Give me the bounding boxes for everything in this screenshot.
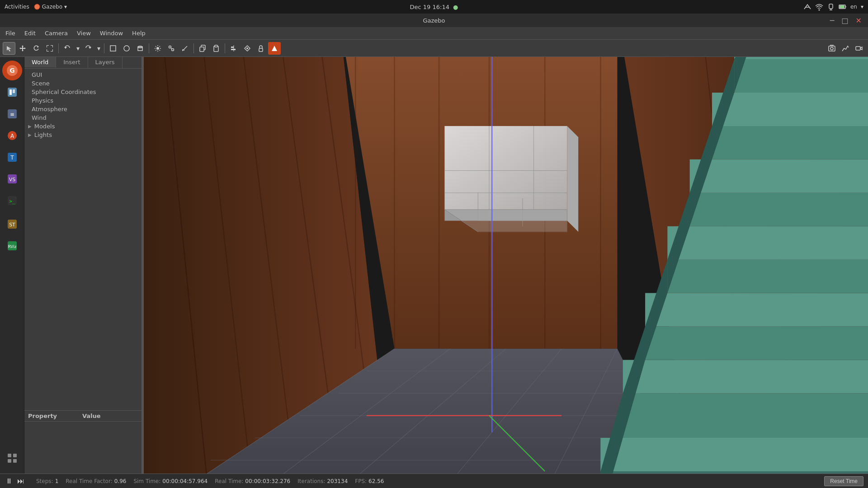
menu-bar: File Edit Camera View Window Help [0, 27, 868, 40]
svg-rect-43 [8, 88, 17, 97]
playback-controls: ⏸ ⏭ [5, 476, 25, 486]
tree-item-gui[interactable]: GUI [24, 70, 142, 79]
step-button[interactable]: ⏭ [16, 476, 25, 486]
scale-icon [46, 45, 53, 52]
scene-canvas [144, 57, 868, 474]
cylinder-button[interactable] [134, 42, 146, 55]
real-time-factor-item: Real Time Factor: 0.96 [66, 478, 126, 484]
svg-rect-8 [840, 5, 844, 8]
icon-8: ST [6, 218, 19, 230]
menu-window[interactable]: Window [96, 29, 127, 38]
align-button[interactable] [227, 42, 240, 55]
screenshot-button[interactable] [826, 42, 838, 55]
minimize-button[interactable]: ─ [828, 16, 836, 25]
svg-marker-105 [690, 160, 868, 193]
tree-item-models[interactable]: ▶Models [24, 122, 142, 131]
tree-item-spherical-coords[interactable]: Spherical Coordinates [24, 88, 142, 96]
svg-rect-7 [845, 6, 846, 7]
battery-icon [839, 3, 847, 11]
3d-viewport[interactable] [144, 57, 868, 474]
move-icon [19, 45, 26, 52]
sidebar-icon-8[interactable]: ST [2, 214, 22, 234]
reset-time-button[interactable]: Reset Time [824, 476, 863, 486]
rtf-label: Real Time Factor: [66, 478, 112, 484]
tree-item-physics[interactable]: Physics [24, 96, 142, 105]
measure-button[interactable] [179, 42, 191, 55]
svg-line-24 [171, 48, 172, 49]
svg-marker-100 [645, 327, 868, 360]
tab-insert[interactable]: Insert [56, 57, 88, 68]
menu-file[interactable]: File [2, 29, 19, 38]
tabs: World Insert Layers [24, 57, 142, 69]
sidebar-icon-6[interactable]: VS [2, 169, 22, 189]
sidebar-icon-5[interactable]: T [2, 147, 22, 167]
redo-dropdown-button[interactable]: ▾ [95, 42, 102, 55]
sidebar-icon-4[interactable]: A [2, 126, 22, 145]
close-button[interactable]: ✕ [854, 16, 863, 25]
paste-button[interactable] [210, 42, 222, 55]
menu-view[interactable]: View [73, 29, 94, 38]
maximize-button[interactable]: □ [840, 16, 850, 25]
align-icon [230, 45, 237, 52]
select-tool-button[interactable] [3, 42, 15, 55]
orange-tool-button[interactable] [268, 42, 281, 55]
tree-item-lights[interactable]: ▶Lights [24, 131, 142, 139]
sidebar-icon-7[interactable]: >_ [2, 191, 22, 211]
activities-label[interactable]: Activities [5, 4, 29, 10]
menu-help[interactable]: Help [128, 29, 149, 38]
scale-tool-button[interactable] [43, 42, 56, 55]
tree-item-wind[interactable]: Wind [24, 113, 142, 122]
title-bar-controls[interactable]: ─ □ ✕ [828, 16, 863, 25]
joints-icon [168, 45, 175, 52]
svg-point-35 [246, 47, 248, 49]
svg-marker-103 [667, 226, 868, 260]
move-tool-button[interactable] [16, 42, 29, 55]
joints-button[interactable] [165, 42, 178, 55]
svg-text:ST: ST [9, 222, 15, 228]
snap-button[interactable] [241, 42, 254, 55]
chart-button[interactable] [839, 42, 852, 55]
svg-marker-108 [734, 59, 868, 93]
svg-point-2 [818, 9, 820, 11]
chart-icon [842, 45, 849, 52]
video-button[interactable] [853, 42, 865, 55]
tab-layers[interactable]: Layers [88, 57, 123, 68]
sphere-button[interactable] [120, 42, 133, 55]
svg-rect-40 [856, 47, 860, 50]
icon-6: VS [6, 173, 19, 185]
sidebar-icon-3[interactable]: ≡ [2, 104, 22, 124]
gazebo-logo: G [6, 64, 19, 77]
svg-rect-125 [444, 126, 567, 210]
box-button[interactable] [107, 42, 119, 55]
sun-button[interactable] [151, 42, 164, 55]
undo-dropdown-button[interactable]: ▾ [75, 42, 81, 55]
tree-item-atmosphere[interactable]: Atmosphere [24, 105, 142, 113]
sidebar-icon-9[interactable]: RViz [2, 236, 22, 256]
svg-rect-34 [231, 49, 236, 50]
left-panel: World Insert Layers GUI Scene Spherical … [24, 57, 142, 474]
apps-icon [6, 452, 19, 465]
lock-button[interactable] [255, 42, 267, 55]
svg-point-39 [830, 47, 833, 50]
app-indicator[interactable]: Gazebo ▾ [34, 4, 67, 10]
redo-button[interactable] [82, 42, 94, 55]
rotate-tool-button[interactable] [30, 42, 42, 55]
copy-button[interactable] [196, 42, 209, 55]
snap-icon [244, 45, 251, 52]
svg-line-19 [160, 50, 160, 51]
svg-rect-31 [215, 45, 217, 47]
svg-marker-102 [667, 260, 868, 293]
menu-camera[interactable]: Camera [41, 29, 71, 38]
network-icon [803, 3, 811, 11]
sidebar-icon-2[interactable] [2, 82, 22, 102]
svg-marker-109 [734, 57, 868, 59]
gazebo-app-icon[interactable]: G [2, 61, 22, 80]
tab-world[interactable]: World [24, 57, 56, 68]
menu-edit[interactable]: Edit [21, 29, 39, 38]
tree-item-scene[interactable]: Scene [24, 79, 142, 88]
pause-button[interactable]: ⏸ [5, 476, 14, 486]
svg-line-18 [156, 46, 156, 47]
undo-button[interactable] [61, 42, 74, 55]
svg-text:VS: VS [9, 177, 15, 183]
sidebar-apps-button[interactable] [2, 448, 22, 468]
